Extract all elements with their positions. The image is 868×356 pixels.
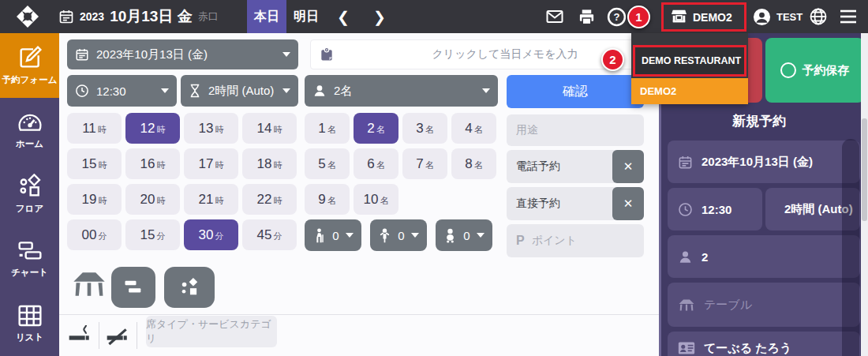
remove-direct-tag-button[interactable]: ✕ bbox=[612, 187, 644, 220]
separator bbox=[137, 322, 137, 349]
time-select[interactable]: 12:30 bbox=[67, 75, 177, 107]
current-date[interactable]: 2023 10月13日 金 赤口 bbox=[58, 0, 219, 33]
hour-cell[interactable]: 11時 bbox=[67, 113, 122, 144]
sidebar-item-floor[interactable]: フロア bbox=[0, 163, 59, 227]
mail-button[interactable] bbox=[543, 0, 567, 33]
summary-customer-card[interactable]: てーぶる たろう bbox=[668, 332, 860, 356]
svg-text:?: ? bbox=[613, 11, 619, 23]
tomorrow-button[interactable]: 明日 bbox=[289, 0, 324, 33]
date-select-value: 2023年10月13日 (金) bbox=[96, 47, 275, 62]
hour-cell-selected[interactable]: 12時 bbox=[125, 113, 180, 144]
page-scrollbar-thumb[interactable] bbox=[862, 118, 867, 221]
senior-counter[interactable]: 0 bbox=[305, 219, 361, 251]
summary-party-card[interactable]: 2 bbox=[668, 235, 860, 278]
baby-counter[interactable]: 0 bbox=[436, 219, 492, 251]
hour-cell[interactable]: 21時 bbox=[184, 184, 238, 215]
party-size-select[interactable]: 2名 bbox=[305, 75, 498, 107]
duration-select[interactable]: 2時間 (Auto) bbox=[181, 75, 298, 107]
party-cell[interactable]: 9名 bbox=[305, 184, 350, 215]
chevron-down-icon bbox=[161, 88, 169, 93]
party-size-value: 2名 bbox=[334, 84, 475, 99]
hour-cell[interactable]: 18時 bbox=[242, 148, 297, 179]
prev-day-button[interactable]: ❮ bbox=[331, 0, 355, 33]
step-1-badge: 1 bbox=[627, 6, 650, 28]
day-memo-input[interactable]: クリックして当日メモを入力 bbox=[310, 39, 684, 69]
step-2-badge: 2 bbox=[601, 48, 624, 71]
page-scrollbar[interactable] bbox=[861, 33, 868, 356]
sidebar-label: ホーム bbox=[16, 138, 43, 150]
summary-party: 2 bbox=[702, 250, 708, 264]
purpose-field[interactable]: 用途 bbox=[507, 114, 644, 146]
store-option-demo2[interactable]: DEMO2 bbox=[631, 78, 748, 104]
party-cell[interactable]: 6名 bbox=[354, 148, 398, 179]
baby-icon bbox=[443, 228, 457, 243]
senior-icon bbox=[312, 228, 326, 243]
date-select[interactable]: 2023年10月13日 (金) bbox=[67, 39, 298, 69]
point-label: ポイント bbox=[532, 234, 577, 248]
user-menu-button[interactable]: TEST bbox=[753, 0, 803, 33]
print-button[interactable] bbox=[574, 0, 598, 33]
panel-scrollbar[interactable] bbox=[842, 139, 859, 356]
summary-customer-name: てーぶる たろう bbox=[704, 341, 791, 356]
store-option-demo-restaurant[interactable]: DEMO RESTAURANT bbox=[633, 45, 746, 77]
hour-cell[interactable]: 17時 bbox=[184, 148, 238, 179]
save-label: 予約保存 bbox=[803, 63, 850, 78]
contact-card-icon bbox=[678, 341, 695, 355]
smoking-icon bbox=[67, 322, 92, 347]
confirm-button[interactable]: 確認 bbox=[507, 75, 644, 108]
shapes-icon bbox=[178, 276, 200, 298]
summary-table-card[interactable]: テーブル bbox=[668, 283, 860, 327]
assign-mode-button[interactable] bbox=[111, 267, 155, 308]
sidebar-item-chart[interactable]: チャート bbox=[0, 227, 59, 291]
help-button[interactable]: ? bbox=[604, 0, 628, 33]
sidebar-label: チャート bbox=[11, 267, 48, 279]
minute-cell[interactable]: 45分 bbox=[242, 219, 297, 250]
hour-cell[interactable]: 13時 bbox=[184, 113, 238, 144]
party-cell[interactable]: 3名 bbox=[402, 113, 447, 144]
summary-date-card[interactable]: 2023年10月13日 (金) bbox=[668, 141, 860, 183]
party-cell[interactable]: 5名 bbox=[305, 148, 350, 179]
memo-note-icon bbox=[319, 47, 335, 62]
sidebar-item-home[interactable]: ホーム bbox=[0, 98, 59, 163]
summary-time-card[interactable]: 12:30 bbox=[668, 188, 762, 230]
duration-select-value: 2時間 (Auto) bbox=[208, 84, 275, 99]
sidebar-item-reservation-form[interactable]: 予約フォーム bbox=[0, 33, 59, 98]
seat-type-category-field[interactable]: 席タイプ・サービスカテゴリ bbox=[146, 316, 277, 347]
menu-button[interactable] bbox=[836, 0, 860, 33]
child-counter[interactable]: 0 bbox=[370, 219, 427, 251]
remove-phone-tag-button[interactable]: ✕ bbox=[612, 150, 644, 183]
minute-cell-selected[interactable]: 30分 bbox=[184, 219, 238, 250]
topbar-rokuyo: 赤口 bbox=[198, 9, 219, 24]
user-icon bbox=[753, 8, 771, 26]
hour-cell[interactable]: 15時 bbox=[67, 148, 122, 179]
party-cell-selected[interactable]: 2名 bbox=[354, 113, 398, 144]
chevron-down-icon bbox=[477, 233, 485, 238]
party-cell[interactable]: 7名 bbox=[402, 148, 447, 179]
hour-cell[interactable]: 22時 bbox=[242, 184, 297, 215]
floor-select-button[interactable] bbox=[164, 267, 215, 308]
minute-cell[interactable]: 00分 bbox=[67, 219, 122, 250]
app-logo-icon[interactable] bbox=[16, 0, 39, 33]
party-cell[interactable]: 8名 bbox=[451, 148, 496, 179]
hour-cell[interactable]: 20時 bbox=[125, 184, 180, 215]
smoking-filter-button[interactable] bbox=[67, 322, 92, 347]
hour-cell[interactable]: 19時 bbox=[67, 184, 122, 215]
direct-reservation-tag: 直接予約 ✕ bbox=[507, 187, 644, 220]
point-field[interactable]: P ポイント bbox=[507, 224, 644, 257]
language-button[interactable] bbox=[806, 0, 830, 33]
save-reservation-button[interactable]: 予約保存 bbox=[765, 38, 864, 103]
today-button[interactable]: 本日 bbox=[247, 0, 286, 33]
party-cell[interactable]: 4名 bbox=[451, 113, 496, 144]
party-cell[interactable]: 10名 bbox=[354, 184, 398, 215]
hour-cell[interactable]: 14時 bbox=[242, 113, 297, 144]
minute-cell[interactable]: 15分 bbox=[125, 219, 180, 250]
no-smoking-filter-button[interactable] bbox=[105, 322, 130, 347]
hour-cell[interactable]: 16時 bbox=[125, 148, 180, 179]
store-selector-button[interactable]: DEMO2 bbox=[661, 2, 746, 32]
printer-icon bbox=[578, 8, 596, 26]
summary-table-placeholder: テーブル bbox=[704, 298, 752, 313]
party-cell[interactable]: 1名 bbox=[305, 113, 350, 144]
clock-icon bbox=[75, 84, 89, 98]
sidebar-item-list[interactable]: リスト bbox=[0, 291, 59, 356]
next-day-button[interactable]: ❯ bbox=[368, 0, 391, 33]
